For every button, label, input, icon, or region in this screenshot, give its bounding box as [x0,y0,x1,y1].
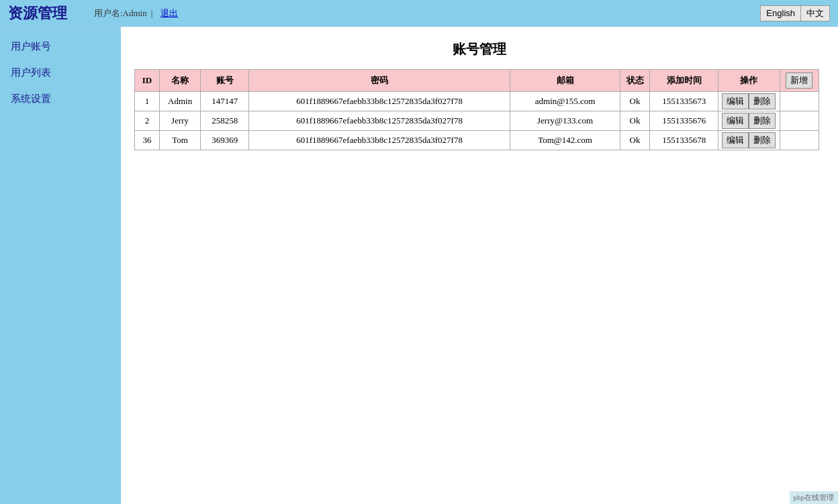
cell-add-time: 1551335676 [650,111,718,131]
col-header-add-time: 添加时间 [650,70,718,92]
cell-action: 编辑删除 [718,92,780,111]
delete-button[interactable]: 删除 [749,93,776,109]
cell-account: 369369 [201,131,249,150]
col-header-id: ID [135,70,160,92]
cell-name: Jerry [159,111,200,131]
main-layout: 用户账号 用户列表 系统设置 账号管理 ID 名称 账号 密码 邮箱 状态 添加… [0,27,838,504]
cell-id: 36 [135,131,160,150]
cell-status: Ok [620,111,649,131]
main-content: 账号管理 ID 名称 账号 密码 邮箱 状态 添加时间 操作 新增 1 [121,27,838,504]
account-table: ID 名称 账号 密码 邮箱 状态 添加时间 操作 新增 1Admin14714… [134,69,819,150]
table-row: 36Tom369369601f1889667efaebb33b8c1257283… [135,131,819,150]
cell-add-time: 1551335673 [650,92,718,111]
cell-account: 147147 [201,92,249,111]
cell-id: 2 [135,111,160,131]
table-row: 2Jerry258258601f1889667efaebb33b8c125728… [135,111,819,131]
cell-status: Ok [620,92,649,111]
new-button[interactable]: 新增 [786,72,812,89]
cell-name: Tom [159,131,200,150]
header-username: 用户名:Admin [94,7,147,19]
cell-status: Ok [620,131,649,150]
cell-password: 601f1889667efaebb33b8c12572835da3f027f78 [248,131,510,150]
footer-label: php在线管理 [794,493,835,501]
col-header-new[interactable]: 新增 [780,70,819,92]
sidebar-item-user-list[interactable]: 用户列表 [0,60,121,86]
edit-button[interactable]: 编辑 [722,132,749,148]
page-title: 账号管理 [134,40,825,58]
lang-chinese-button[interactable]: 中文 [800,5,830,21]
cell-action: 编辑删除 [718,111,780,131]
col-header-name: 名称 [159,70,200,92]
cell-new-empty [780,131,819,150]
delete-button[interactable]: 删除 [749,132,776,148]
language-switcher: English 中文 [760,5,830,21]
cell-new-empty [780,111,819,131]
table-body: 1Admin147147601f1889667efaebb33b8c125728… [135,92,819,150]
footer: php在线管理 [790,491,839,504]
table-row: 1Admin147147601f1889667efaebb33b8c125728… [135,92,819,111]
cell-name: Admin [159,92,200,111]
cell-action: 编辑删除 [718,131,780,150]
cell-add-time: 1551335678 [650,131,718,150]
cell-account: 258258 [201,111,249,131]
edit-button[interactable]: 编辑 [722,113,749,129]
table-header-row: ID 名称 账号 密码 邮箱 状态 添加时间 操作 新增 [135,70,819,92]
cell-email: Jerry@133.com [510,111,620,131]
col-header-account: 账号 [201,70,249,92]
cell-password: 601f1889667efaebb33b8c12572835da3f027f78 [248,111,510,131]
cell-email: admin@155.com [510,92,620,111]
col-header-email: 邮箱 [510,70,620,92]
delete-button[interactable]: 删除 [749,113,776,129]
lang-english-button[interactable]: English [760,5,800,21]
cell-new-empty [780,92,819,111]
cell-password: 601f1889667efaebb33b8c12572835da3f027f78 [248,92,510,111]
header: 资源管理 用户名:Admin | 退出 English 中文 [0,0,838,27]
sidebar-item-system-settings[interactable]: 系统设置 [0,86,121,112]
col-header-password: 密码 [248,70,510,92]
cell-email: Tom@142.com [510,131,620,150]
header-separator: | [151,8,153,19]
cell-id: 1 [135,92,160,111]
sidebar-item-user-account[interactable]: 用户账号 [0,34,121,60]
sidebar: 用户账号 用户列表 系统设置 [0,27,121,504]
app-title: 资源管理 [8,3,67,23]
col-header-status: 状态 [620,70,649,92]
edit-button[interactable]: 编辑 [722,93,749,109]
logout-link[interactable]: 退出 [160,7,178,19]
col-header-action: 操作 [718,70,780,92]
